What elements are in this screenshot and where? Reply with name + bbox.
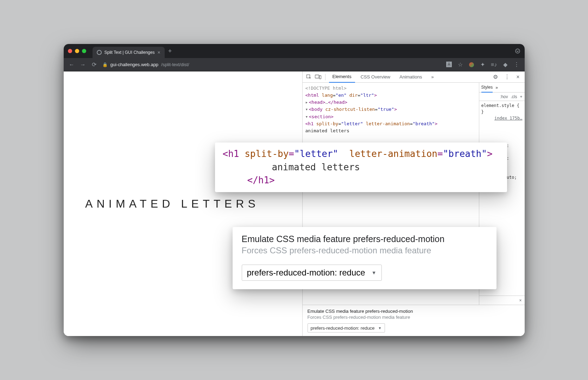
- devtools-tab-elements[interactable]: Elements: [329, 71, 355, 83]
- rendering-select[interactable]: prefers-reduced-motion: reduce ▼: [308, 323, 385, 332]
- new-tab-button[interactable]: +: [165, 48, 176, 55]
- styles-tab-bar: Styles »: [479, 83, 525, 93]
- code-callout-line-close: </h1>: [223, 174, 499, 187]
- styles-tab[interactable]: Styles: [481, 83, 493, 93]
- browser-toolbar: ← → ⟳ 🔒 gui-challenges.web.app/split-tex…: [64, 58, 525, 71]
- rendering-drawer: Emulate CSS media feature prefers-reduce…: [303, 305, 525, 336]
- browser-window: Split Text | GUI Challenges × + ← → ⟳ 🔒 …: [64, 44, 525, 336]
- dom-doctype: <!DOCTYPE html>: [305, 85, 479, 92]
- device-toolbar-icon[interactable]: [315, 74, 322, 81]
- browser-tab[interactable]: Split Text | GUI Challenges ×: [93, 47, 165, 58]
- back-button[interactable]: ←: [69, 62, 75, 68]
- devtools-tab-more[interactable]: »: [428, 71, 437, 83]
- bookmark-icon[interactable]: ☆: [457, 62, 463, 68]
- rendered-page: ANIMATED LETTERS: [64, 71, 302, 336]
- rendering-title: Emulate CSS media feature prefers-reduce…: [308, 309, 520, 314]
- translate-icon[interactable]: 🅰: [446, 62, 452, 68]
- rendering-subtitle: Forces CSS prefers-reduced-motion media …: [308, 315, 520, 320]
- dom-head[interactable]: ▸<head>…</head>: [305, 99, 479, 106]
- address-bar[interactable]: 🔒 gui-challenges.web.app/split-text/dist…: [102, 62, 189, 67]
- tab-title: Split Text | GUI Challenges: [105, 50, 155, 55]
- tab-strip: Split Text | GUI Challenges × +: [64, 44, 525, 58]
- devtools-tab-css-overview[interactable]: CSS Overview: [357, 71, 394, 83]
- profile-icon[interactable]: ◆: [502, 62, 508, 68]
- dom-body-open[interactable]: ▾<body cz-shortcut-listen="true">: [305, 106, 479, 113]
- chrome-menu-button[interactable]: ⋮: [513, 62, 520, 68]
- dom-h1-text: animated letters: [305, 127, 479, 134]
- svg-point-0: [516, 49, 520, 53]
- tab-overflow-button[interactable]: [515, 48, 520, 54]
- code-callout-line-text: animated letters: [223, 161, 499, 174]
- forward-button[interactable]: →: [80, 62, 86, 68]
- toolbar-actions: 🅰 ☆ ✦ ≡♪ ◆ ⋮: [446, 62, 520, 68]
- devtools-panel: Elements CSS Overview Animations » ⚙ ⋮ ×…: [302, 71, 525, 336]
- extension-icon[interactable]: [468, 62, 475, 68]
- content-area: ANIMATED LETTERS Elements CSS Overview A…: [64, 71, 525, 336]
- styles-add-rule[interactable]: +: [520, 94, 522, 99]
- devtools-close-button[interactable]: ×: [514, 74, 521, 80]
- reload-button[interactable]: ⟳: [91, 62, 97, 68]
- code-callout-line-open: <h1 split-by="letter" letter-animation="…: [223, 147, 499, 161]
- reading-list-icon[interactable]: ≡♪: [491, 62, 497, 68]
- minimize-window-button[interactable]: [75, 49, 79, 53]
- dom-h1-open[interactable]: <h1 split-by="letter" letter-animation="…: [305, 120, 479, 127]
- devtools-tab-animations[interactable]: Animations: [396, 71, 425, 83]
- rendering-callout-select-value: prefers-reduced-motion: reduce: [247, 268, 365, 278]
- styles-source-link[interactable]: index 175b…: [481, 115, 523, 121]
- rendering-select-value: prefers-reduced-motion: reduce: [311, 325, 375, 331]
- devtools-menu-button[interactable]: ⋮: [502, 74, 512, 80]
- devtools-settings-icon[interactable]: ⚙: [491, 74, 500, 80]
- rendering-callout: Emulate CSS media feature prefers-reduce…: [233, 227, 497, 289]
- dom-section-open[interactable]: ▾<section>: [305, 113, 479, 120]
- url-domain: gui-challenges.web.app: [110, 62, 159, 67]
- rendering-callout-title: Emulate CSS media feature prefers-reduce…: [242, 234, 487, 244]
- chevron-down-icon: ▼: [378, 326, 382, 330]
- window-controls: [68, 49, 86, 53]
- dom-html-open: <html lang="en" dir="ltr">: [305, 92, 479, 99]
- devtools-tab-bar: Elements CSS Overview Animations » ⚙ ⋮ ×: [303, 71, 525, 83]
- url-path: /split-text/dist/: [161, 62, 189, 67]
- rendering-callout-select[interactable]: prefers-reduced-motion: reduce ▼: [242, 265, 382, 281]
- extensions-menu-icon[interactable]: ✦: [480, 62, 486, 68]
- lock-icon: 🔒: [102, 62, 108, 67]
- styles-cls[interactable]: .cls: [511, 94, 517, 99]
- element-style-open: element.style {: [481, 102, 523, 109]
- element-style-close: }: [481, 109, 523, 115]
- tab-favicon-icon: [97, 50, 102, 55]
- svg-rect-2: [315, 75, 319, 78]
- styles-hov[interactable]: :hov: [500, 94, 508, 99]
- rendering-callout-subtitle: Forces CSS prefers-reduced-motion media …: [242, 246, 487, 255]
- close-tab-button[interactable]: ×: [157, 50, 160, 55]
- code-callout: <h1 split-by="letter" letter-animation="…: [215, 142, 507, 192]
- svg-rect-3: [319, 76, 321, 79]
- styles-drawer-close[interactable]: ×: [479, 296, 525, 305]
- styles-tab-more[interactable]: »: [495, 85, 498, 90]
- styles-filter-bar: :hov .cls +: [479, 93, 525, 101]
- maximize-window-button[interactable]: [82, 49, 86, 53]
- page-headline: ANIMATED LETTERS: [85, 197, 259, 210]
- close-window-button[interactable]: [68, 49, 72, 53]
- chevron-down-icon: ▼: [372, 270, 377, 276]
- inspect-element-icon[interactable]: [305, 74, 312, 81]
